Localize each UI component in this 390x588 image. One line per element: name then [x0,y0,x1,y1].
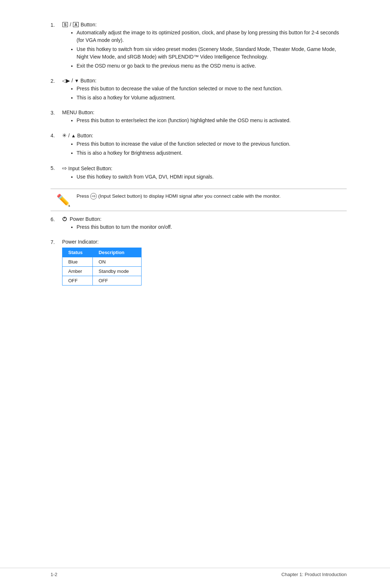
page-footer: 1-2 Chapter 1: Product Introduction [0,568,390,577]
section-7-label: Power Indicator: [62,239,99,245]
table-row: OFF OFF [62,276,142,286]
volume-icon: ◁▶ [62,78,70,83]
section-7-heading: Power Indicator: [62,239,347,245]
up-arrow-icon: ▲ [71,133,76,138]
section-2: 2. ◁▶ / ▼ Button: Press this button to d… [51,78,347,103]
bullet-item: Automatically adjust the image to its op… [77,29,347,44]
section-4-heading: ✳ / ▲ Button: [62,132,347,139]
desc-on: ON [93,257,142,267]
table-row: Amber Standby mode [62,267,142,276]
section-7-number: 7. [51,239,62,245]
bullet-item: Press this button to increase the value … [77,140,347,148]
section-4-bullets: Press this button to increase the value … [62,140,347,157]
table-header: Status Description [62,248,142,257]
note-input-icon: ⇨ [90,193,97,199]
status-off: OFF [62,276,93,286]
divider-1: / [70,22,71,27]
section-5-bullets: Use this hotkey to switch from VGA, DVI,… [62,173,347,181]
section-5-label: Input Select Button: [68,166,112,171]
col-status-header: Status [62,248,93,257]
section-3-label: MENU Button: [62,110,94,115]
power-indicator-table: Status Description Blue ON Amber Standby… [62,248,142,286]
power-icon [62,216,67,222]
a-icon: A [73,22,79,27]
table-row: Blue ON [62,257,142,267]
divider-2: / [72,78,73,83]
section-7-content: Power Indicator: Status Description Blue… [62,239,347,286]
page-content: 1. S / A Button: Automatically adjust th… [0,0,390,564]
section-6-number: 6. [51,216,62,222]
status-blue: Blue [62,257,93,267]
section-2-heading: ◁▶ / ▼ Button: [62,78,347,83]
section-6-label: Power Button: [70,216,101,222]
section-4-number: 4. [51,132,62,138]
section-3-heading: MENU Button: [62,110,347,115]
status-amber: Amber [62,267,93,276]
section-1: 1. S / A Button: Automatically adjust th… [51,22,347,71]
section-5-heading: ⇨ Input Select Button: [62,165,347,172]
input-select-icon: ⇨ [62,165,67,172]
table-body: Blue ON Amber Standby mode OFF OFF [62,257,142,286]
note-box: ✏️ Press ⇨ (Input Select button) to disp… [51,189,347,211]
footer-chapter: Chapter 1: Product Introduction [281,572,347,577]
section-4: 4. ✳ / ▲ Button: Press this button to in… [51,132,347,158]
bullet-item: This is also a hotkey for Brightness adj… [77,149,347,157]
bullet-item: Press this button to enter/select the ic… [77,117,347,124]
section-5: 5. ⇨ Input Select Button: Use this hotke… [51,165,347,182]
section-7: 7. Power Indicator: Status Description B… [51,239,347,286]
section-1-label: Button: [81,22,96,27]
section-5-content: ⇨ Input Select Button: Use this hotkey t… [62,165,347,182]
desc-standby: Standby mode [93,267,142,276]
divider-4: / [68,133,70,138]
section-6-content: Power Button: Press this button to turn … [62,216,347,232]
section-2-number: 2. [51,78,62,84]
desc-off: OFF [93,276,142,286]
section-3-bullets: Press this button to enter/select the ic… [62,117,347,124]
section-3-number: 3. [51,110,62,116]
section-2-bullets: Press this button to decrease the value … [62,85,347,102]
bullet-item: Use this hotkey to switch from six video… [77,46,347,61]
section-2-content: ◁▶ / ▼ Button: Press this button to decr… [62,78,347,103]
section-3-content: MENU Button: Press this button to enter/… [62,110,347,126]
section-5-number: 5. [51,165,62,171]
down-arrow-icon: ▼ [74,78,79,83]
section-6-bullets: Press this button to turn the monitor on… [62,223,347,231]
section-1-number: 1. [51,22,62,28]
s-icon: S [62,22,68,27]
brightness-star-icon: ✳ [62,132,67,139]
bullet-item: Use this hotkey to switch from VGA, DVI,… [77,173,347,181]
section-1-heading: S / A Button: [62,22,347,27]
section-2-label: Button: [81,78,96,83]
bullet-item: Press this button to decrease the value … [77,85,347,93]
col-description-header: Description [93,248,142,257]
bullet-item: Exit the OSD menu or go back to the prev… [77,62,347,70]
section-6-heading: Power Button: [62,216,347,222]
section-6: 6. Power Button: Press this button to tu… [51,216,347,232]
section-1-bullets: Automatically adjust the image to its op… [62,29,347,70]
section-4-label: Button: [77,133,93,138]
section-4-content: ✳ / ▲ Button: Press this button to incre… [62,132,347,158]
bullet-item: Press this button to turn the monitor on… [77,223,347,231]
footer-page-number: 1-2 [51,572,57,577]
section-1-content: S / A Button: Automatically adjust the i… [62,22,347,71]
bullet-item: This is also a hotkey for Volume adjustm… [77,94,347,102]
section-3: 3. MENU Button: Press this button to ent… [51,110,347,126]
note-hand-icon: ✏️ [56,193,71,207]
note-text-content: Press ⇨ (Input Select button) to display… [77,193,281,200]
